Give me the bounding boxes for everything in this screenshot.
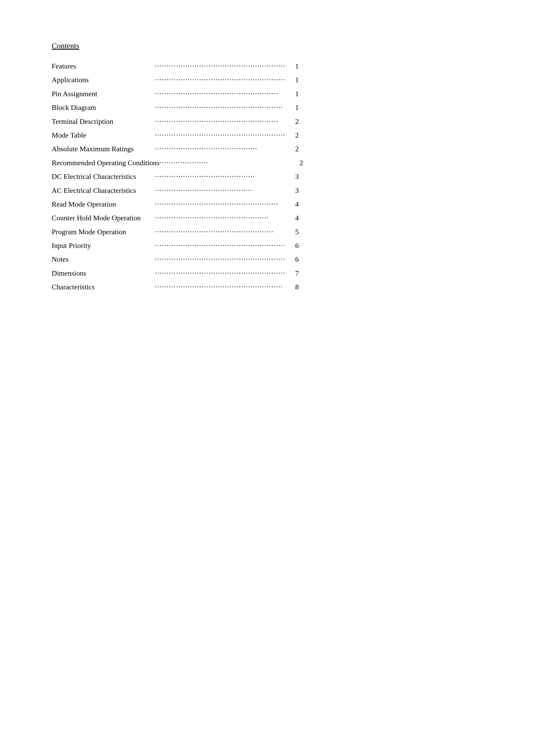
toc-item-label: Counter Hold Mode Operation: [52, 212, 155, 223]
toc-row: AC Electrical Characteristics···········…: [52, 185, 482, 196]
toc-row: Counter Hold Mode Operation·············…: [52, 212, 482, 223]
toc-item-page: 6: [288, 240, 299, 251]
toc-item-label: Terminal Description: [52, 116, 155, 127]
toc-item-dots: ········································…: [155, 254, 284, 265]
toc-item-dots: ········································…: [155, 268, 284, 279]
toc-item-dots: ········································…: [155, 171, 284, 182]
toc-row: Features································…: [52, 61, 482, 72]
toc-item-page: 1: [288, 61, 299, 72]
toc-item-label: Applications: [52, 74, 155, 85]
toc-row: Mode Table······························…: [52, 129, 482, 141]
toc-item-page: 4: [288, 212, 299, 223]
toc-item-dots: ········································…: [155, 74, 284, 85]
toc-item-dots: ········································…: [155, 61, 284, 72]
toc-item-dots: ·····················: [159, 157, 289, 168]
toc-item-label: Notes: [52, 254, 155, 265]
toc-item-dots: ········································…: [155, 102, 284, 113]
toc-item-label: Dimensions: [52, 268, 155, 279]
toc-row: Recommended Operating Conditions········…: [52, 157, 482, 168]
toc-row: Characteristics·························…: [52, 281, 482, 292]
toc-row: Dimensions······························…: [52, 268, 482, 279]
toc-item-label: Mode Table: [52, 129, 155, 141]
toc-item-page: 1: [288, 74, 299, 85]
contents-title: Contents: [52, 41, 79, 50]
toc-item-dots: ········································…: [155, 240, 284, 251]
toc-item-page: 7: [288, 268, 299, 279]
toc-row: Absolute Maximum Ratings················…: [52, 143, 482, 154]
toc-item-dots: ········································…: [155, 212, 284, 223]
toc-item-label: Program Mode Operation: [52, 226, 155, 237]
toc-row: Notes···································…: [52, 254, 482, 265]
toc-item-label: Pin Assignment: [52, 88, 155, 99]
toc-row: DC Electrical Characteristics···········…: [52, 171, 482, 182]
toc-row: Pin Assignment··························…: [52, 88, 482, 99]
toc-row: Program Mode Operation··················…: [52, 226, 482, 237]
toc-item-page: 1: [288, 88, 299, 99]
toc-item-dots: ········································…: [155, 116, 284, 127]
toc-row: Applications····························…: [52, 74, 482, 85]
toc-item-page: 2: [288, 116, 299, 127]
contents-heading: Contents: [52, 41, 482, 61]
toc-item-page: 5: [288, 226, 299, 237]
toc-item-dots: ········································…: [155, 185, 284, 196]
toc-item-dots: ········································…: [155, 226, 284, 237]
toc-item-page: 2: [293, 157, 303, 168]
toc-item-label: Absolute Maximum Ratings: [52, 143, 155, 154]
toc-item-page: 3: [288, 171, 299, 182]
toc-item-label: Input Priority: [52, 240, 155, 251]
toc-item-dots: ········································…: [155, 199, 284, 210]
toc-item-page: 8: [288, 281, 299, 292]
toc-row: Terminal Description····················…: [52, 116, 482, 127]
toc-row: Input Priority··························…: [52, 240, 482, 251]
toc-item-label: Recommended Operating Conditions: [52, 157, 159, 168]
toc-item-page: 2: [288, 143, 299, 154]
toc-item-page: 2: [288, 129, 299, 141]
toc-item-label: AC Electrical Characteristics: [52, 185, 155, 196]
page-container: Contents Features·······················…: [52, 41, 482, 293]
toc-item-label: DC Electrical Characteristics: [52, 171, 155, 182]
toc-item-label: Read Mode Operation: [52, 199, 155, 210]
toc-item-label: Characteristics: [52, 281, 155, 292]
toc-item-label: Features: [52, 61, 155, 72]
toc-item-label: Block Diagram: [52, 102, 155, 113]
toc-row: Block Diagram···························…: [52, 102, 482, 113]
toc-item-page: 3: [288, 185, 299, 196]
toc-item-dots: ········································…: [155, 281, 284, 292]
toc-item-page: 6: [288, 254, 299, 265]
toc-list: Features································…: [52, 61, 482, 293]
toc-item-dots: ········································…: [155, 88, 284, 99]
toc-item-page: 1: [288, 102, 299, 113]
toc-row: Read Mode Operation·····················…: [52, 199, 482, 210]
toc-item-page: 4: [288, 199, 299, 210]
toc-item-dots: ········································…: [155, 129, 284, 141]
toc-item-dots: ········································…: [155, 143, 284, 154]
